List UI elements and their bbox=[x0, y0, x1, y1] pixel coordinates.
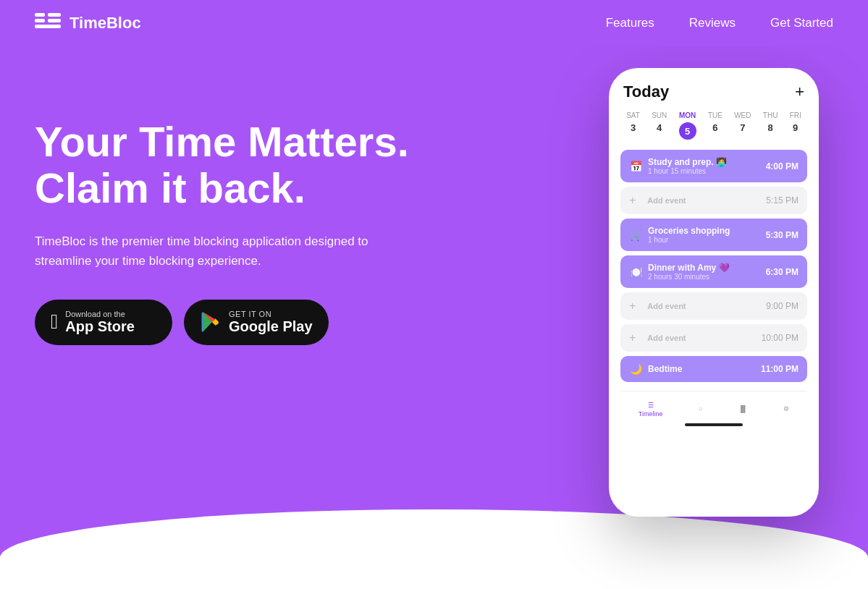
event-study[interactable]: 📅 Study and prep. 🧑‍💻 1 hour 15 minutes … bbox=[620, 150, 807, 182]
add-event-icon: + bbox=[629, 194, 636, 207]
bottom-nav-search[interactable]: ○ bbox=[699, 405, 702, 414]
phone-frame: Today + SAT 3 SUN 4 MON 5 TUE bbox=[609, 68, 819, 517]
event-study-icon: 📅 bbox=[629, 161, 642, 172]
svg-rect-4 bbox=[35, 25, 61, 28]
day-fri[interactable]: FRI 9 bbox=[790, 111, 801, 140]
add-event-label-3: Add event bbox=[647, 334, 686, 342]
event-add-515[interactable]: + Add event 5:15 PM bbox=[620, 187, 807, 214]
event-study-name: Study and prep. 🧑‍💻 bbox=[648, 157, 727, 167]
event-add-900[interactable]: + Add event 9:00 PM bbox=[620, 292, 807, 320]
event-groceries-name: Groceries shopping bbox=[648, 226, 730, 236]
navbar: TimeBloc Features Reviews Get Started bbox=[0, 0, 868, 46]
stats-icon: ▐▌ bbox=[738, 405, 748, 412]
hero-subtitle: TimeBloc is the premier time blocking ap… bbox=[35, 232, 382, 271]
event-bedtime-name: Bedtime bbox=[648, 364, 682, 374]
svg-rect-3 bbox=[48, 19, 61, 22]
hero-content: Your Time Matters. Claim it back. TimeBl… bbox=[35, 90, 565, 345]
bottom-nav-timeline[interactable]: ☰ Timeline bbox=[639, 402, 663, 418]
day-tue[interactable]: TUE 6 bbox=[708, 111, 722, 140]
event-bedtime[interactable]: 🌙 Bedtime 11:00 PM bbox=[620, 356, 807, 382]
event-groceries-duration: 1 hour bbox=[648, 236, 730, 244]
event-list: 📅 Study and prep. 🧑‍💻 1 hour 15 minutes … bbox=[620, 150, 807, 382]
add-event-time-900: 9:00 PM bbox=[766, 301, 799, 311]
event-dinner-duration: 2 hours 30 minutes bbox=[648, 273, 730, 281]
add-event-label-2: Add event bbox=[647, 302, 686, 310]
bottom-nav-timeline-label: Timeline bbox=[639, 410, 663, 418]
hero-headline: Your Time Matters. Claim it back. bbox=[35, 119, 565, 211]
googleplay-small-label: GET IT ON bbox=[229, 310, 313, 318]
day-sun[interactable]: SUN 4 bbox=[652, 111, 667, 140]
nav-links: Features Reviews Get Started bbox=[606, 16, 833, 30]
home-indicator bbox=[685, 423, 743, 426]
hero-section: Your Time Matters. Claim it back. TimeBl… bbox=[0, 46, 868, 589]
phone-title: Today bbox=[623, 82, 669, 101]
event-study-duration: 1 hour 15 minutes bbox=[648, 167, 727, 175]
add-event-time-1000: 10:00 PM bbox=[762, 333, 799, 343]
phone-mockup: Today + SAT 3 SUN 4 MON 5 TUE bbox=[609, 68, 833, 517]
logo-text: TimeBloc bbox=[69, 14, 141, 33]
googleplay-large-label: Google Play bbox=[229, 318, 313, 335]
settings-icon: ⚙ bbox=[783, 405, 789, 412]
event-dinner[interactable]: 🍽️ Dinner with Amy 💜 2 hours 30 minutes … bbox=[620, 255, 807, 288]
add-event-icon-3: + bbox=[629, 331, 636, 344]
phone-header: Today + bbox=[620, 82, 807, 101]
event-groceries-time: 5:30 PM bbox=[766, 230, 799, 240]
add-event-label: Add event bbox=[647, 196, 686, 205]
hero-cta-buttons:  Download on the App Store bbox=[35, 300, 565, 345]
event-dinner-time: 6:30 PM bbox=[766, 267, 799, 277]
svg-rect-1 bbox=[35, 19, 45, 22]
google-play-icon bbox=[200, 311, 222, 333]
event-bedtime-time: 11:00 PM bbox=[761, 364, 799, 374]
nav-features[interactable]: Features bbox=[606, 16, 654, 30]
search-circle-icon: ○ bbox=[699, 405, 702, 412]
appstore-button[interactable]:  Download on the App Store bbox=[35, 300, 172, 345]
timeline-icon: ☰ bbox=[648, 402, 654, 409]
event-dinner-icon: 🍽️ bbox=[629, 266, 642, 278]
nav-get-started[interactable]: Get Started bbox=[770, 16, 833, 30]
event-dinner-name: Dinner with Amy 💜 bbox=[648, 263, 730, 273]
googleplay-button[interactable]: GET IT ON Google Play bbox=[184, 300, 329, 345]
event-groceries-icon: 🛒 bbox=[629, 229, 642, 241]
event-study-time: 4:00 PM bbox=[766, 161, 799, 171]
day-thu[interactable]: THU 8 bbox=[763, 111, 778, 140]
nav-reviews[interactable]: Reviews bbox=[689, 16, 736, 30]
bottom-nav-stats[interactable]: ▐▌ bbox=[738, 405, 748, 414]
logo: TimeBloc bbox=[35, 13, 141, 33]
event-bedtime-icon: 🌙 bbox=[629, 363, 642, 375]
phone-add-icon[interactable]: + bbox=[795, 82, 804, 101]
svg-rect-2 bbox=[48, 13, 61, 17]
day-mon[interactable]: MON 5 bbox=[679, 111, 696, 140]
event-add-1000[interactable]: + Add event 10:00 PM bbox=[620, 324, 807, 352]
days-row: SAT 3 SUN 4 MON 5 TUE 6 WED 7 bbox=[620, 111, 807, 140]
appstore-large-label: App Store bbox=[65, 318, 135, 335]
svg-rect-0 bbox=[35, 13, 45, 17]
event-groceries[interactable]: 🛒 Groceries shopping 1 hour 5:30 PM bbox=[620, 219, 807, 251]
add-event-icon-2: + bbox=[629, 300, 636, 313]
appstore-small-label: Download on the bbox=[65, 310, 135, 318]
add-event-time-515: 5:15 PM bbox=[766, 195, 799, 205]
phone-bottom-nav: ☰ Timeline ○ ▐▌ ⚙ bbox=[620, 391, 807, 418]
bottom-nav-settings[interactable]: ⚙ bbox=[783, 405, 789, 414]
apple-icon:  bbox=[51, 312, 58, 332]
logo-icon bbox=[35, 13, 61, 33]
day-sat[interactable]: SAT 3 bbox=[626, 111, 640, 140]
day-wed[interactable]: WED 7 bbox=[734, 111, 751, 140]
